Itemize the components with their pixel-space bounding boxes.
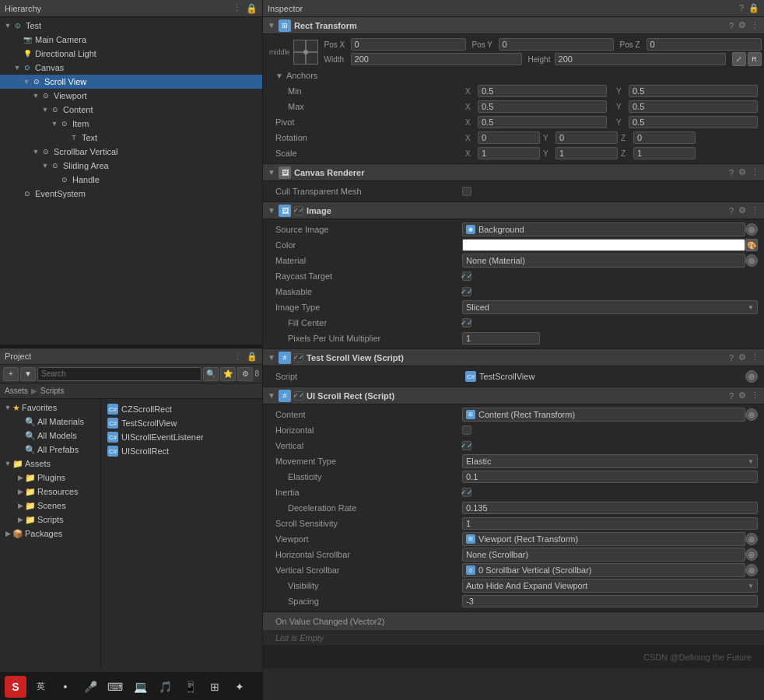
viewport-picker[interactable]: ◎ [745,533,758,545]
tree-item-sliding[interactable]: ▼ ⊙ Sliding Area [0,159,262,173]
tree-assets[interactable]: ▼ 📁 Assets [0,457,100,471]
taskbar-dot[interactable]: • [54,676,76,698]
filter-icon[interactable]: ⭐ [220,367,236,381]
rotation-z[interactable] [633,131,696,144]
cull-transparent-checkbox[interactable] [462,187,471,196]
taskbar-grid[interactable]: ⊞ [204,676,226,698]
movement-type-dropdown[interactable]: Elastic ▼ [462,454,758,468]
project-lock-icon[interactable]: 🔒 [247,352,258,362]
tree-all-materials[interactable]: 🔍 All Materials [0,415,100,429]
r-button[interactable]: R [748,52,762,66]
canvas-renderer-header[interactable]: ▼ 🖼 Canvas Renderer ? ⚙ ⋮ [263,164,764,181]
ui-scroll-rect-header[interactable]: ▼ # ✓ UI Scroll Rect (Script) ? ⚙ ⋮ [263,387,764,404]
scale-z[interactable] [633,147,696,159]
tree-item-eventsystem[interactable]: ⊙ EventSystem [0,187,262,201]
cr-help-icon[interactable]: ? [729,168,734,177]
inertia-checkbox[interactable]: ✓ [462,488,471,497]
test-script-enable[interactable]: ✓ [294,353,303,362]
settings-icon[interactable]: ⚙ [237,367,253,381]
rect-transform-header[interactable]: ▼ ⊞ Rect Transform ? ⚙ ⋮ [263,17,764,34]
content-picker[interactable]: ◎ [745,408,758,421]
horizontal-checkbox[interactable] [462,425,471,435]
taskbar-kbd[interactable]: ⌨ [104,676,126,698]
ts-help-icon[interactable]: ? [729,353,734,362]
tree-item-camera[interactable]: 📷 Main Camera [0,33,262,47]
visibility-dropdown[interactable]: Auto Hide And Expand Viewport ▼ [462,579,758,593]
taskbar-s[interactable]: S [5,676,26,698]
rotation-x[interactable] [478,131,540,144]
pivot-x[interactable] [478,116,607,128]
width-field[interactable]: 200 [351,53,522,65]
expand-btn[interactable]: ⤢ [732,52,746,66]
v-scrollbar-field[interactable]: 0 0 Scrollbar Vertical (Scrollbar) [462,563,745,577]
taskbar-pc[interactable]: 💻 [129,676,151,698]
anchor-min-y[interactable] [629,85,758,97]
rotation-y[interactable] [555,131,618,144]
usr-help-icon[interactable]: ? [729,391,734,401]
rect-help-icon[interactable]: ? [729,21,734,30]
tree-item-viewport[interactable]: ▼ ⊙ Viewport [0,89,262,103]
tree-item-test[interactable]: ▼ ⊙ Test [0,19,262,33]
pivot-y[interactable] [629,116,758,128]
img-settings-icon[interactable]: ⚙ [738,205,746,215]
taskbar-lang[interactable]: 英 [30,676,51,698]
file-uiscrollevent[interactable]: C# UIScrollEventListener [104,430,259,444]
add-button[interactable]: + [3,367,19,381]
tree-favorites[interactable]: ▼ ★ Favorites [0,401,100,415]
taskbar-star[interactable]: ✦ [229,676,251,698]
tree-item-handle[interactable]: ⊙ Handle [0,173,262,187]
usr-menu-icon[interactable]: ⋮ [751,390,759,401]
tree-item-light[interactable]: 💡 Directional Light [0,47,262,61]
scale-y[interactable] [555,147,618,159]
test-script-header[interactable]: ▼ # ✓ Test Scroll View (Script) ? ⚙ ⋮ [263,349,764,366]
content-field[interactable]: ⊞ Content (Rect Transform) [462,408,745,422]
image-type-dropdown[interactable]: Sliced ▼ [462,300,758,314]
tree-item-scrollbar-v[interactable]: ▼ ⊙ Scrollbar Vertical [0,145,262,159]
spacing-field[interactable] [462,595,758,607]
inspector-lock[interactable]: 🔒 [748,3,759,13]
lock-icon[interactable]: 🔒 [246,3,258,14]
ui-scroll-enable[interactable]: ✓ [294,391,303,401]
pos-z-field[interactable]: 0 [647,38,762,51]
color-swatch[interactable] [462,239,745,251]
elasticity-field[interactable] [462,471,758,483]
source-image-picker[interactable]: ◎ [745,223,758,236]
ts-menu-icon[interactable]: ⋮ [751,352,759,362]
tree-plugins[interactable]: ▶ 📁 Plugins [0,471,100,485]
tree-scripts[interactable]: ▶ 📁 Scripts [0,513,100,527]
rect-menu-icon[interactable]: ⋮ [751,20,759,30]
anchor-max-y[interactable] [629,100,758,113]
script-picker[interactable]: ◎ [745,370,758,383]
search-icon[interactable]: 🔍 [203,367,219,381]
project-menu-icon[interactable]: ⋮ [233,352,242,362]
tree-item-scrollview[interactable]: ▼ ⊙ Scroll View [0,75,262,89]
tree-scenes[interactable]: ▶ 📁 Scenes [0,499,100,513]
hierarchy-menu-icon[interactable]: ⋮ [233,3,241,14]
material-field[interactable]: None (Material) [462,254,745,268]
material-picker[interactable]: ◎ [745,254,758,267]
tree-all-models[interactable]: 🔍 All Models [0,429,100,443]
anchor-preset-widget[interactable] [293,40,318,65]
rect-settings-icon[interactable]: ⚙ [738,20,746,30]
image-enable-checkbox[interactable]: ✓ [294,206,303,215]
taskbar-phone[interactable]: 📱 [179,676,201,698]
color-picker-btn[interactable]: 🎨 [745,239,758,251]
raycast-checkbox[interactable]: ✓ [462,271,471,281]
ts-settings-icon[interactable]: ⚙ [738,352,746,362]
file-testscrollview[interactable]: C# TestScrollView [104,416,259,430]
tree-packages[interactable]: ▶ 📦 Packages [0,527,100,541]
vertical-checkbox[interactable]: ✓ [462,441,471,450]
tree-resources[interactable]: ▶ 📁 Resources [0,485,100,499]
h-scrollbar-picker[interactable]: ◎ [745,548,758,561]
usr-settings-icon[interactable]: ⚙ [738,390,746,401]
anchor-max-x[interactable] [478,100,607,113]
img-menu-icon[interactable]: ⋮ [751,205,759,215]
h-scrollbar-field[interactable]: None (Scrollbar) [462,548,745,562]
search-input[interactable] [37,367,202,381]
tree-item-item[interactable]: ▼ ⊙ Item [0,117,262,131]
tree-item-content[interactable]: ▼ ⊙ Content [0,103,262,117]
viewport-field[interactable]: ⊞ Viewport (Rect Transform) [462,532,745,546]
scale-x[interactable] [478,147,540,159]
inspector-help[interactable]: ? [739,3,744,13]
v-scrollbar-picker[interactable]: ◎ [745,564,758,576]
